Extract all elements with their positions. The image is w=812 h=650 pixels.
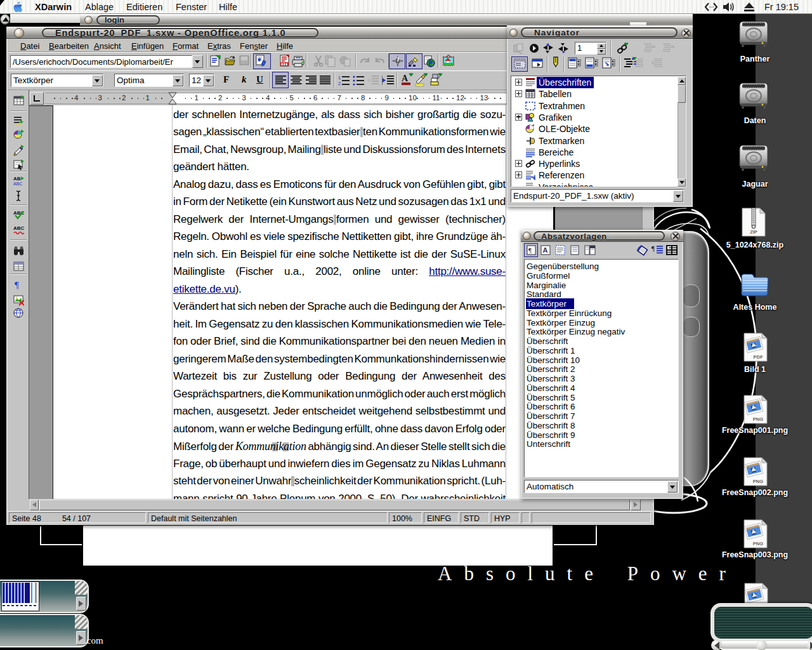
svg-text:PNG: PNG: [753, 416, 763, 422]
svg-text:ZIP: ZIP: [750, 229, 757, 235]
svg-text:A: A: [402, 74, 409, 83]
svg-text:ABC: ABC: [13, 182, 22, 186]
svg-text:ABC: ABC: [13, 225, 24, 231]
svg-text:AB: AB: [13, 176, 21, 182]
svg-text:¶: ¶: [15, 280, 19, 290]
svg-text:2: 2: [338, 81, 341, 86]
svg-text:PNG: PNG: [753, 541, 763, 547]
svg-text:¶: ¶: [652, 244, 655, 252]
svg-text:A: A: [543, 246, 548, 254]
svg-text:¶: ¶: [528, 246, 532, 254]
svg-text:1: 1: [338, 75, 341, 81]
svg-text:PNG: PNG: [753, 479, 763, 484]
svg-text:PDF: PDF: [754, 354, 763, 360]
